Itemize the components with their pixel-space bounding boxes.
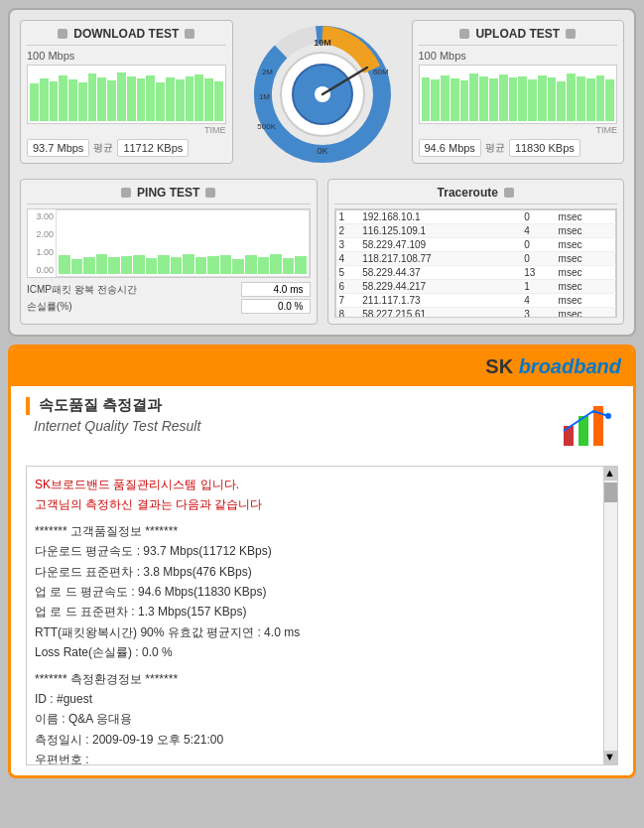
- ping-bar: [245, 255, 257, 274]
- svg-text:10M: 10M: [314, 38, 331, 48]
- sk-intro2: 고객님의 측정하신 결과는 다음과 같습니다: [35, 494, 595, 514]
- svg-point-14: [605, 413, 611, 419]
- download-icon-right: [185, 29, 194, 39]
- ping-stats: ICMP패킷 왕복 전송시간 4.0 ms 손실률(%) 0.0 %: [27, 282, 311, 314]
- bar: [528, 79, 537, 121]
- bar: [127, 76, 136, 121]
- bar: [117, 72, 126, 121]
- scroll-down-button[interactable]: ▼: [604, 751, 617, 764]
- bar: [567, 73, 576, 121]
- bar: [59, 75, 67, 121]
- traceroute-title: Traceroute: [334, 186, 618, 205]
- hop-unit: msec: [556, 224, 616, 238]
- traceroute-section: Traceroute 1 192.168.10.1 0 msec 2 116.1…: [327, 179, 625, 325]
- hop-num: 6: [335, 280, 359, 294]
- sk-title-block: 속도품질 측정결과 Internet Quality Test Result: [26, 396, 200, 434]
- bar: [107, 80, 116, 121]
- ping-bar: [108, 257, 120, 274]
- scroll-thumb[interactable]: [604, 483, 617, 502]
- bar: [509, 77, 518, 121]
- bar: [156, 82, 165, 121]
- bar: [97, 77, 106, 121]
- bar: [194, 74, 203, 121]
- sk-logo-text: SK broadband: [485, 357, 621, 377]
- bar: [146, 75, 155, 121]
- bar: [30, 83, 39, 121]
- ping-y-2: 2.00: [30, 229, 54, 239]
- hop-ms: [509, 210, 521, 224]
- hop-ms: [509, 294, 521, 308]
- bar: [605, 79, 614, 121]
- quality-header: ******* 고객품질정보 *******: [35, 521, 595, 541]
- bar: [186, 76, 194, 121]
- upload-icon-left: [459, 29, 469, 39]
- hop-unit: msec: [556, 210, 616, 224]
- upload-avg-label: 평균: [485, 141, 505, 155]
- bar: [489, 78, 498, 121]
- hop-unit: msec: [556, 308, 616, 319]
- upload-speed-value: 94.6 Mbps: [419, 139, 481, 157]
- ping-bar: [258, 257, 270, 274]
- hop-num: 5: [335, 266, 359, 280]
- ping-bar: [195, 257, 207, 274]
- sk-scrollbar[interactable]: ▲ ▼: [603, 467, 617, 764]
- ping-icon-right: [205, 188, 215, 198]
- upload-section: UPLOAD TEST 100 Mbps: [412, 20, 625, 164]
- bar: [176, 79, 185, 121]
- bar: [214, 81, 223, 121]
- table-row: 5 58.229.44.37 13 msec: [335, 266, 616, 280]
- bar: [431, 79, 440, 121]
- upload-kbps-value: 11830 KBps: [509, 139, 580, 157]
- upload-time-label: TIME: [419, 125, 618, 135]
- bar: [68, 79, 77, 121]
- hop-unit: msec: [556, 294, 616, 308]
- hop-num: 8: [335, 308, 359, 319]
- hop-ms2: 0: [521, 252, 555, 266]
- traceroute-scroll[interactable]: 1 192.168.10.1 0 msec 2 116.125.109.1 4 …: [334, 208, 618, 318]
- bar: [538, 75, 547, 121]
- env-line1: ID : #guest: [35, 689, 595, 709]
- hop-ms: [509, 238, 521, 252]
- rtt-value: 4.0 ms: [241, 282, 311, 297]
- ping-bar: [158, 255, 170, 274]
- bar: [518, 76, 527, 121]
- hop-num: 1: [335, 210, 359, 224]
- sk-header: SK broadband: [11, 347, 633, 386]
- hop-ip: 192.168.10.1: [359, 210, 509, 224]
- hop-ms2: 1: [521, 280, 555, 294]
- bar: [577, 76, 585, 121]
- table-row: 2 116.125.109.1 4 msec: [335, 224, 616, 238]
- svg-text:0K: 0K: [317, 146, 327, 156]
- gauge-svg: 10M 60M 2M 1M 500K 0K: [248, 20, 397, 169]
- hop-ms2: 0: [521, 210, 555, 224]
- sk-title-row: 속도품질 측정결과 Internet Quality Test Result: [26, 396, 618, 456]
- top-panel: DOWNLOAD TEST 100 Mbps: [8, 8, 636, 337]
- table-row: 3 58.229.47.109 0 msec: [335, 238, 616, 252]
- bar: [137, 78, 146, 121]
- hop-ms: [509, 224, 521, 238]
- bar: [586, 78, 595, 121]
- test-row: DOWNLOAD TEST 100 Mbps: [20, 20, 624, 169]
- gauge-container: 10M 60M 2M 1M 500K 0K: [243, 20, 402, 169]
- hop-num: 4: [335, 252, 359, 266]
- svg-text:2M: 2M: [261, 68, 272, 76]
- hop-ip: 116.125.109.1: [359, 224, 509, 238]
- bar: [596, 75, 605, 121]
- sk-text-content[interactable]: SK브로드밴드 품질관리시스템 입니다. 고객님의 측정하신 결과는 다음과 같…: [27, 467, 603, 764]
- loss-row: 손실률(%) 0.0 %: [27, 299, 311, 314]
- ping-bar: [71, 259, 83, 275]
- bar: [40, 78, 49, 121]
- hop-unit: msec: [556, 252, 616, 266]
- table-row: 8 58.227.215.61 3 msec: [335, 308, 616, 319]
- bar: [469, 73, 478, 121]
- download-speed-value: 93.7 Mbps: [27, 139, 89, 157]
- scroll-up-button[interactable]: ▲: [604, 467, 617, 481]
- bar: [78, 82, 87, 121]
- hop-ms2: 4: [521, 224, 555, 238]
- bar: [204, 78, 213, 121]
- sk-line4: 업 로 드 표준편차 : 1.3 Mbps(157 KBps): [35, 602, 595, 621]
- ping-icon-left: [121, 188, 131, 198]
- ping-bar: [171, 257, 183, 274]
- svg-text:1M: 1M: [258, 92, 269, 101]
- hop-ms: [509, 252, 521, 266]
